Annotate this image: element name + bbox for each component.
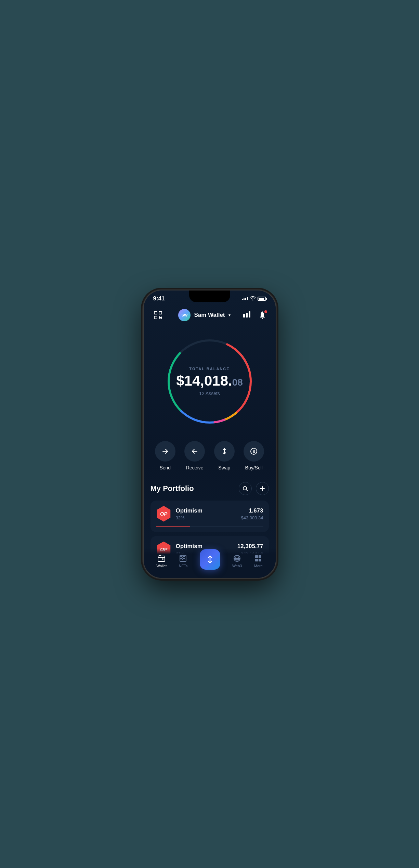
svg-rect-37 <box>255 555 258 558</box>
more-icon <box>254 554 262 562</box>
svg-rect-0 <box>154 311 157 314</box>
avatar: SW <box>178 309 191 321</box>
search-icon <box>243 486 248 491</box>
phone-screen: 9:41 <box>144 290 276 578</box>
status-icons <box>242 296 266 301</box>
send-icon <box>161 448 169 455</box>
balance-assets: 12 Assets <box>176 391 243 396</box>
portfolio-header: My Portfolio <box>150 482 269 495</box>
send-button[interactable]: Send <box>155 441 175 470</box>
balance-amount: $14,018.08 <box>176 374 243 388</box>
bottom-nav: Wallet NFTs <box>144 548 276 578</box>
asset-usd: $43,003.34 <box>241 515 263 520</box>
asset-progress-fill <box>156 526 190 527</box>
svg-rect-38 <box>259 555 261 558</box>
nav-wallet-label: Wallet <box>156 564 167 568</box>
notch <box>189 290 230 302</box>
status-time: 9:41 <box>153 295 165 302</box>
nav-right <box>243 309 269 321</box>
buysell-icon: $ <box>250 448 258 455</box>
nav-wallet[interactable]: Wallet <box>156 554 167 568</box>
asset-progress-bar <box>156 526 263 527</box>
svg-line-24 <box>246 490 248 491</box>
receive-label: Receive <box>186 465 204 470</box>
portfolio-actions <box>239 482 269 495</box>
asset-values: 1.673 $43,003.34 <box>241 507 263 520</box>
search-button[interactable] <box>239 482 252 495</box>
svg-rect-39 <box>255 559 258 561</box>
swap-button[interactable]: Swap <box>214 441 235 470</box>
nav-more[interactable]: More <box>254 554 263 568</box>
wifi-icon <box>250 296 256 301</box>
nav-center-button[interactable] <box>200 549 220 570</box>
svg-text:$: $ <box>253 449 255 454</box>
svg-rect-9 <box>246 313 248 318</box>
portfolio-title: My Portfolio <box>150 484 194 493</box>
asset-logo: OP <box>156 506 172 522</box>
buysell-label: Buy/Sell <box>245 465 263 470</box>
svg-rect-10 <box>249 311 250 318</box>
buysell-button[interactable]: $ Buy/Sell <box>244 441 264 470</box>
web3-icon <box>233 554 241 562</box>
wallet-selector[interactable]: SW Sam Wallet ▾ <box>178 309 230 321</box>
swap-icon-circle <box>214 441 235 462</box>
svg-rect-8 <box>243 314 245 318</box>
balance-info: TOTAL BALANCE $14,018.08 12 Assets <box>176 367 243 396</box>
send-label: Send <box>159 465 171 470</box>
phone-frame: 9:41 <box>143 290 276 579</box>
receive-icon-circle <box>184 441 205 462</box>
asset-amount: 1.673 <box>241 507 263 514</box>
nav-web3[interactable]: Web3 <box>232 554 242 568</box>
wallet-icon <box>157 554 166 562</box>
action-buttons: Send Receive <box>144 433 276 474</box>
asset-name: Optimism <box>176 507 237 514</box>
nav-nfts-label: NFTs <box>179 564 188 568</box>
svg-rect-1 <box>159 311 162 314</box>
swap-icon <box>221 448 228 455</box>
svg-rect-29 <box>159 555 161 556</box>
receive-button[interactable]: Receive <box>184 441 205 470</box>
asset-card[interactable]: OP Optimism 32% 1.673 $43,003.34 <box>150 501 269 532</box>
chart-button[interactable] <box>243 311 251 319</box>
svg-rect-40 <box>259 559 261 561</box>
swap-label: Swap <box>218 465 230 470</box>
center-swap-icon <box>206 555 214 564</box>
chart-icon <box>243 311 251 318</box>
wallet-name: Sam Wallet <box>194 312 225 319</box>
svg-rect-2 <box>154 316 157 319</box>
scan-icon <box>154 311 162 320</box>
nfts-icon <box>179 554 187 562</box>
asset-card-content: OP Optimism 32% 1.673 $43,003.34 <box>156 506 263 522</box>
asset-info: Optimism 32% <box>176 507 237 520</box>
receive-icon <box>191 448 198 455</box>
send-icon-circle <box>155 441 175 462</box>
nav-web3-label: Web3 <box>232 564 242 568</box>
asset-pct: 32% <box>176 515 237 520</box>
balance-circle: TOTAL BALANCE $14,018.08 12 Assets <box>162 334 258 429</box>
battery-icon <box>258 297 266 301</box>
nav-more-label: More <box>254 564 263 568</box>
nav-nfts[interactable]: NFTs <box>179 554 188 568</box>
top-nav: SW Sam Wallet ▾ <box>144 303 276 327</box>
chevron-down-icon: ▾ <box>228 313 231 318</box>
scan-button[interactable] <box>150 308 166 323</box>
signal-icon <box>242 297 248 300</box>
notification-button[interactable] <box>256 309 269 321</box>
notification-badge <box>264 310 268 314</box>
add-asset-button[interactable] <box>256 482 269 495</box>
buysell-icon-circle: $ <box>244 441 264 462</box>
plus-icon <box>260 486 265 491</box>
svg-rect-27 <box>158 556 165 561</box>
balance-section: TOTAL BALANCE $14,018.08 12 Assets <box>144 327 276 433</box>
balance-label: TOTAL BALANCE <box>176 367 243 371</box>
